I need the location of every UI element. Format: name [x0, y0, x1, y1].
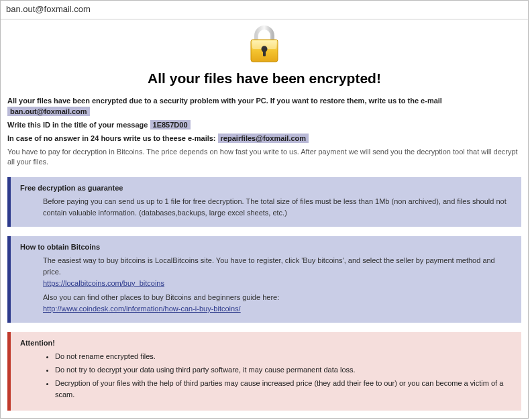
panel-free-decryption: Free decryption as guarantee Before payi… [7, 177, 521, 227]
window-title: ban.out@foxmail.com [6, 4, 91, 14]
panel-free-body: Before paying you can send us up to 1 fi… [20, 196, 512, 219]
intro-text-2: Write this ID in the title of your messa… [7, 121, 150, 129]
attention-list: Do not rename encrypted files. Do not tr… [43, 351, 512, 401]
page-title: All your files have been encrypted! [7, 70, 521, 87]
panel-obtain-body: The easiest way to buy bitcoins is Local… [20, 255, 512, 315]
link-localbitcoins[interactable]: https://localbitcoins.com/buy_bitcoins [43, 279, 164, 287]
email-secondary: repairfiles@foxmail.com [218, 134, 309, 143]
panel-attention: Attention! Do not rename encrypted files… [7, 332, 521, 411]
payment-note: You have to pay for decryption in Bitcoi… [7, 147, 521, 168]
obtain-text-1: The easiest way to buy bitcoins is Local… [43, 255, 512, 278]
window-titlebar: ban.out@foxmail.com [1, 1, 528, 19]
email-primary: ban.out@foxmail.com [7, 107, 90, 116]
lock-wrap [7, 25, 521, 65]
attention-item-2: Do not try to decrypt your data using th… [55, 364, 512, 376]
intro-line-3: In case of no answer in 24 hours write u… [7, 134, 521, 144]
content-area[interactable]: All your files have been encrypted! All … [1, 19, 528, 418]
obtain-text-2: Also you can find other places to buy Bi… [43, 292, 512, 303]
panel-attention-title: Attention! [20, 339, 512, 347]
app-window: ban.out@foxmail.com [0, 0, 529, 419]
attention-item-1: Do not rename encrypted files. [55, 351, 512, 362]
intro-text-1: All your files have been encrypted due t… [7, 97, 442, 105]
message-id: 1E857D00 [150, 120, 191, 129]
svg-rect-3 [263, 50, 266, 56]
lock-icon [247, 25, 282, 65]
intro-line-1: All your files have been encrypted due t… [7, 96, 521, 117]
link-coindesk[interactable]: http://www.coindesk.com/information/how-… [43, 305, 241, 313]
attention-item-3: Decryption of your files with the help o… [55, 378, 512, 401]
intro-line-2: Write this ID in the title of your messa… [7, 120, 521, 131]
panel-obtain-bitcoins: How to obtain Bitcoins The easiest way t… [7, 236, 521, 323]
panel-obtain-title: How to obtain Bitcoins [20, 243, 512, 251]
panel-free-title: Free decryption as guarantee [20, 184, 512, 192]
panel-attention-body: Do not rename encrypted files. Do not tr… [20, 351, 512, 401]
intro-text-3: In case of no answer in 24 hours write u… [7, 134, 218, 142]
